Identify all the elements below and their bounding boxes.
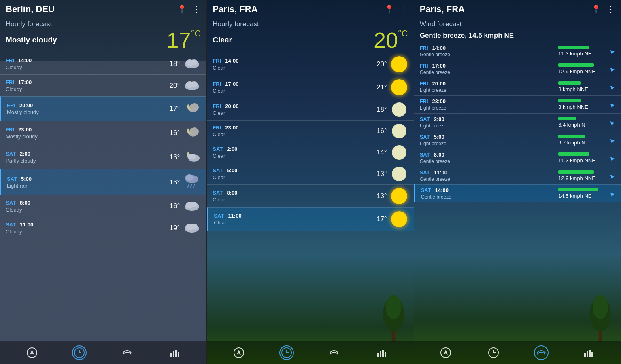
forecast-desc: Cloudy	[6, 207, 161, 213]
panel3-wind-row-4: SAT 2:00 Light breeze 6.4 kmph N ▲	[414, 113, 621, 131]
forecast-temp: 18°	[372, 106, 387, 114]
wind-row-left: FRI 20:00 Light breeze	[420, 80, 555, 93]
svg-rect-48	[584, 353, 586, 357]
forecast-day: SAT	[6, 222, 16, 228]
forecast-day-time: FRI 17:00	[213, 81, 368, 87]
wind-speed: 11.3 kmph NE	[558, 51, 591, 57]
panel3-wind-row-5: SAT 5:00 Light breeze 9.7 kmph N ▲	[414, 131, 621, 149]
panel1-nav-hourly[interactable]	[72, 345, 87, 360]
wind-bar-container: 8 kmph NNE	[558, 81, 603, 93]
forecast-time: 5:00	[227, 167, 237, 174]
forecast-icon	[183, 220, 201, 235]
forecast-day-time: FRI 20:00	[7, 102, 161, 108]
forecast-row-left: SAT 2:00 Partly cloudy	[6, 151, 161, 164]
forecast-icon	[183, 78, 201, 93]
panel2-nav-hourly[interactable]	[279, 345, 294, 360]
panel3-nav-chart[interactable]	[581, 345, 596, 360]
location-icon[interactable]: 📍	[177, 4, 187, 14]
panel3-nav-hourly[interactable]	[486, 345, 501, 360]
forecast-day-time: FRI 20:00	[213, 103, 368, 109]
forecast-day: FRI	[420, 80, 428, 87]
panel1-nav-current[interactable]	[25, 345, 39, 360]
forecast-day: FRI	[6, 79, 14, 85]
svg-rect-39	[385, 352, 386, 357]
panel1-forecast-row-2: FRI 20:00 Mostly cloudy 17°	[0, 96, 206, 121]
forecast-desc: Clear	[213, 88, 368, 94]
forecast-day: FRI	[420, 98, 428, 104]
forecast-desc: Light breeze	[420, 87, 555, 93]
wind-speed: 14.5 kmph NE	[558, 193, 591, 199]
forecast-day: FRI	[6, 127, 14, 133]
forecast-day: SAT	[213, 146, 223, 152]
panel3-nav-current[interactable]	[438, 345, 453, 360]
menu-icon-2[interactable]: ⋮	[400, 4, 408, 14]
panel2-nav-current[interactable]	[232, 345, 246, 360]
wind-direction-arrow: ▲	[607, 47, 617, 56]
forecast-icon	[390, 79, 408, 95]
panel2-title-area: Hourly forecast Clear 20°C	[207, 18, 413, 53]
panel3-nav-wind[interactable]	[534, 345, 549, 360]
forecast-desc: Cloudy	[6, 229, 161, 235]
forecast-icon	[390, 211, 408, 227]
forecast-time: 17:00	[18, 79, 32, 85]
panel1-nav-wind[interactable]	[120, 345, 134, 360]
wind-direction-arrow: ▲	[607, 135, 617, 145]
forecast-day-time: FRI 14:00	[6, 57, 161, 63]
svg-rect-50	[589, 350, 591, 357]
wind-speed: 12.9 kmph NNE	[558, 175, 595, 181]
wind-bar	[558, 63, 594, 67]
panel2-forecast-row-2: FRI 20:00 Clear 18°	[207, 99, 413, 120]
forecast-icon	[390, 167, 408, 181]
wind-speed: 12.9 kmph NNE	[558, 68, 595, 74]
forecast-desc: Clear	[213, 174, 368, 180]
menu-icon[interactable]: ⋮	[193, 4, 201, 14]
panel1-forecast-type: Hourly forecast	[6, 20, 201, 28]
forecast-day: SAT	[420, 134, 430, 140]
forecast-icon	[390, 188, 408, 204]
forecast-day: SAT	[7, 176, 17, 182]
panel1-header-icons: 📍 ⋮	[177, 4, 201, 14]
forecast-time: 20:00	[225, 103, 238, 109]
forecast-temp: 16°	[164, 129, 180, 137]
panel2-forecast-row-1: FRI 17:00 Clear 21°	[207, 76, 413, 99]
wind-bar-container: 12.9 kmph NNE	[558, 63, 603, 75]
panel1-nav-chart[interactable]	[168, 345, 182, 360]
forecast-temp: 20°	[164, 82, 180, 90]
svg-point-7	[187, 154, 196, 159]
panel2-nav-wind[interactable]	[327, 345, 341, 360]
panel1-forecast-row-4: SAT 2:00 Partly cloudy 16°	[0, 145, 206, 169]
panel2-header: Paris, FRA 📍 ⋮	[207, 0, 413, 18]
forecast-day-time: SAT 2:00	[213, 146, 368, 152]
wind-bar	[558, 46, 589, 49]
forecast-day-time: FRI 23:00	[213, 125, 368, 131]
forecast-time: 23:00	[225, 125, 238, 131]
forecast-icon	[183, 148, 201, 166]
forecast-day: FRI	[213, 81, 221, 87]
menu-icon-3[interactable]: ⋮	[607, 4, 615, 14]
forecast-row-left: FRI 17:00 Clear	[213, 81, 368, 94]
forecast-icon	[183, 124, 201, 142]
forecast-day: FRI	[420, 63, 428, 69]
wind-bar	[558, 170, 594, 174]
forecast-day: FRI	[213, 103, 221, 109]
forecast-time: 20:00	[19, 102, 33, 108]
location-icon-2[interactable]: 📍	[384, 4, 394, 14]
panel2-condition-row: Clear 20°C	[213, 29, 408, 51]
forecast-temp: 17°	[372, 215, 387, 223]
forecast-day: FRI	[7, 102, 15, 108]
svg-point-2	[190, 59, 198, 65]
panel2-nav-chart[interactable]	[374, 345, 389, 360]
location-icon-3[interactable]: 📍	[591, 4, 601, 14]
forecast-day-time: SAT 5:00	[420, 134, 555, 140]
forecast-time: 14:00	[435, 187, 449, 193]
forecast-time: 14:00	[225, 58, 238, 64]
svg-marker-32	[237, 350, 241, 355]
wind-speed: 6.4 kmph N	[558, 122, 585, 128]
forecast-day-time: FRI 17:00	[420, 63, 555, 69]
panel2-forecast-row-0: FRI 14:00 Clear 20°	[207, 53, 413, 76]
forecast-desc: Light breeze	[420, 105, 555, 111]
forecast-time: 11:00	[228, 213, 241, 219]
forecast-desc: Gentle breeze	[420, 159, 555, 164]
forecast-time: 11:00	[434, 169, 447, 176]
forecast-desc: Clear	[213, 197, 368, 203]
